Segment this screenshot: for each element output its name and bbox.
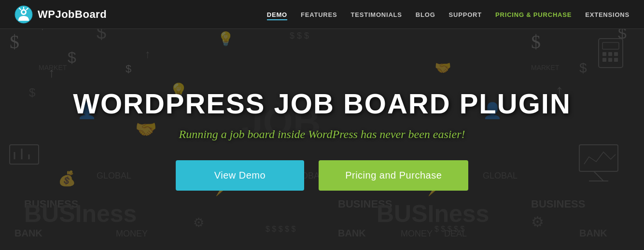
svg-point-60	[22, 11, 25, 14]
pricing-purchase-button[interactable]: Pricing and Purchase	[319, 160, 468, 191]
nav-link-extensions[interactable]: EXTENSIONS	[585, 11, 630, 18]
nav-link-features[interactable]: FEATURES	[301, 11, 337, 18]
logo-icon	[14, 5, 33, 24]
view-demo-button[interactable]: View Demo	[176, 160, 304, 191]
nav-item-features[interactable]: FEATURES	[301, 10, 337, 19]
hero-title: WORDPRESS JOB BOARD PLUGIN	[73, 88, 571, 119]
hero-buttons: View Demo Pricing and Purchase	[176, 160, 469, 191]
nav-link-blog[interactable]: BLOG	[416, 11, 435, 18]
page-wrapper: $ $ $ $ $ $ ↑ ↑ 💡 💡 💰 BUSINESS BUSINESS …	[0, 0, 644, 250]
nav-links: DEMO FEATURES TESTIMONIALS BLOG SUPPORT …	[267, 10, 630, 19]
nav-item-extensions[interactable]: EXTENSIONS	[585, 10, 630, 19]
nav-item-support[interactable]: SUPPORT	[449, 10, 482, 19]
nav-link-demo[interactable]: DEMO	[267, 11, 287, 20]
hero-subtitle: Running a job board inside WordPress has…	[179, 128, 465, 141]
nav-link-support[interactable]: SUPPORT	[449, 11, 482, 18]
nav-item-testimonials[interactable]: TESTIMONIALS	[350, 10, 402, 19]
nav-item-blog[interactable]: BLOG	[416, 10, 435, 19]
nav-item-demo[interactable]: DEMO	[267, 10, 287, 19]
logo-text: WPJobBoard	[38, 8, 107, 21]
nav-item-pricing[interactable]: PRICING & PURCHASE	[495, 10, 572, 19]
hero-section: WORDPRESS JOB BOARD PLUGIN Running a job…	[0, 29, 644, 250]
logo-area[interactable]: WPJobBoard	[14, 5, 107, 24]
nav-link-pricing[interactable]: PRICING & PURCHASE	[495, 11, 572, 18]
navbar: WPJobBoard DEMO FEATURES TESTIMONIALS BL…	[0, 0, 644, 29]
nav-link-testimonials[interactable]: TESTIMONIALS	[350, 11, 402, 18]
